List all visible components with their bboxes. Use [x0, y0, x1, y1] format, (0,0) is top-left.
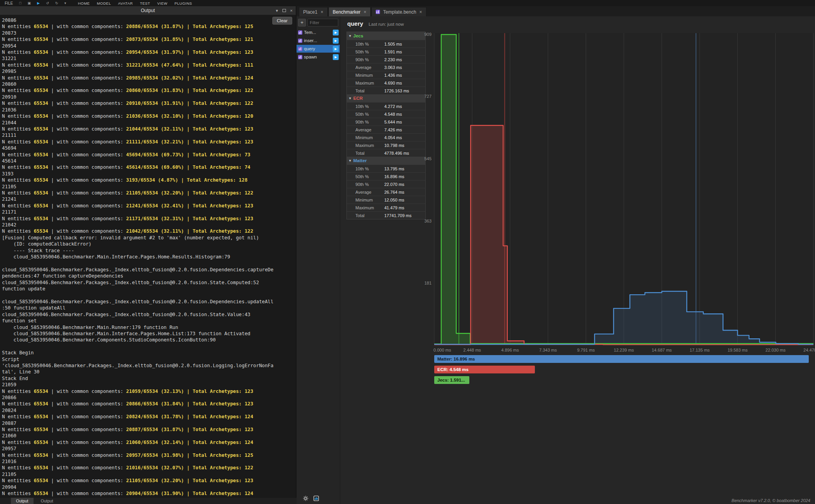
svg-text:0.000 ms: 0.000 ms [433, 348, 451, 352]
close-icon[interactable]: × [290, 8, 293, 13]
run-benchmark-button[interactable]: ▶ [333, 30, 339, 35]
output-panel: Output ▾ × Clear 20886N entities 65534 |… [0, 6, 297, 498]
stats-section-header-jecs[interactable]: ▾Jecs [347, 32, 425, 40]
stats-row-matter-minimum: Minimum12.050 ms [347, 196, 425, 203]
output-panel-header[interactable]: Output ▾ × [0, 6, 296, 15]
ribbon-tab-test[interactable]: TEST [140, 1, 150, 5]
console-line: 20866 [2, 394, 296, 401]
console-line: N entities 65534 | with common component… [2, 388, 296, 394]
benchmark-item-tem[interactable]: Tem...▶ [297, 28, 340, 36]
clear-output-button[interactable]: Clear [272, 17, 292, 25]
document-tab-place1[interactable]: Place1× [299, 7, 328, 16]
bench-file-icon [298, 30, 302, 35]
chevron-down-icon: ▾ [349, 96, 351, 100]
stats-row-jecs-10th: 10th %1.505 ms [347, 40, 425, 48]
redo-icon[interactable]: ↻ [55, 1, 59, 5]
svg-text:12.239 ms: 12.239 ms [614, 348, 634, 352]
run-benchmark-button[interactable]: ▶ [333, 46, 339, 52]
legend-bar-matter: Matter: 16.896 ms [434, 355, 809, 363]
results-header: query Last run: just now [347, 20, 404, 27]
stats-row-matter-90th: 90th %22.070 ms [347, 180, 425, 188]
ribbon-tab-model[interactable]: MODEL [97, 1, 111, 5]
bottom-dock-tab-output[interactable]: Output [36, 498, 59, 504]
legend-bar-jecs: Jecs: 1.591... [434, 376, 469, 384]
console-line: cloud_5853950046.Benchmarker.Packages._I… [2, 279, 296, 286]
console-line: N entities 65534 | with common component… [2, 477, 296, 484]
stats-row-jecs-average: Average3.063 ms [347, 63, 425, 71]
stats-row-matter-maximum: Maximum41.479 ms [347, 203, 425, 211]
console-line: 21105 [2, 184, 296, 190]
output-console[interactable]: 20886N entities 65534 | with common comp… [0, 15, 296, 498]
console-line: cloud_5853950046.Benchmarker.Main.Interf… [2, 331, 296, 337]
ribbon-tab-plugins[interactable]: PLUGINS [174, 1, 192, 5]
stats-row-ecr-total: Total4778.496 ms [347, 149, 425, 157]
document-tab-bar: Place1×Benchmarker×Template.bench× [297, 6, 815, 16]
console-line: 21059 [2, 382, 296, 388]
console-line: N entities 65534 | with common component… [2, 177, 296, 183]
stats-row-jecs-maximum: Maximum4.690 ms [347, 79, 425, 87]
console-line: 20904 [2, 484, 296, 490]
ribbon-tab-home[interactable]: HOME [78, 1, 90, 5]
play-icon[interactable]: ▶ [37, 1, 40, 5]
document-tab-benchmarker[interactable]: Benchmarker× [328, 7, 371, 16]
console-line: 21241 [2, 196, 296, 202]
save-icon[interactable]: ▣ [28, 1, 31, 5]
console-line: N entities 65534 | with common component… [2, 113, 296, 119]
stats-section-header-matter[interactable]: ▾Matter [347, 157, 425, 164]
close-tab-icon[interactable]: × [321, 9, 323, 15]
ribbon-tab-view[interactable]: VIEW [157, 1, 167, 5]
stats-row-jecs-90th: 90th %2.230 ms [347, 55, 425, 63]
console-line [2, 343, 296, 350]
console-line: 3193 [2, 171, 296, 177]
close-tab-icon[interactable]: × [419, 9, 422, 15]
benchmark-item-spawn[interactable]: spawn▶ [297, 53, 340, 61]
console-line: N entities 65534 | with common component… [2, 228, 296, 234]
console-line: 20887 [2, 420, 296, 426]
add-benchmark-button[interactable]: + [298, 19, 306, 27]
stats-row-matter-50th: 50th %16.896 ms [347, 172, 425, 180]
chevron-down-icon[interactable]: ▾ [64, 1, 66, 5]
settings-gear-icon[interactable] [303, 495, 309, 503]
console-line: 45694 [2, 145, 296, 151]
stats-row-matter-total: Total17741.709 ms [347, 211, 425, 219]
benchmark-item-query[interactable]: query▶ [297, 45, 340, 53]
stats-row-ecr-maximum: Maximum10.798 ms [347, 141, 425, 149]
ribbon-tab-avatar[interactable]: AVATAR [118, 1, 133, 5]
run-benchmark-button[interactable]: ▶ [333, 54, 339, 60]
console-line: 'cloud_5853950046.Benchmarker.Packages._… [2, 363, 296, 369]
console-line: 20860 [2, 81, 296, 87]
float-window-icon[interactable] [282, 9, 286, 12]
filter-input[interactable] [307, 19, 338, 27]
bottom-dock-tabs: OutputOutput [0, 498, 297, 504]
svg-text:4.896 ms: 4.896 ms [501, 348, 519, 352]
stats-row-matter-average: Average26.764 ms [347, 188, 425, 196]
chevron-down-icon[interactable]: ▾ [276, 8, 278, 13]
new-file-icon[interactable]: □ [19, 1, 21, 5]
results-log-icon[interactable] [313, 495, 319, 503]
console-line: (ID: computedCallbackError) [2, 241, 296, 247]
console-line: N entities 65534 | with common component… [2, 100, 296, 106]
close-tab-icon[interactable]: × [364, 9, 366, 15]
chevron-down-icon: ▾ [349, 34, 351, 38]
svg-text:22.030 ms: 22.030 ms [765, 348, 786, 352]
svg-text:363: 363 [424, 219, 431, 223]
file-menu[interactable]: FILE [5, 1, 13, 5]
undo-icon[interactable]: ↺ [46, 1, 49, 5]
output-panel-controls: ▾ × [276, 6, 293, 15]
bottom-dock-tab-output[interactable]: Output [11, 498, 34, 504]
console-line: 20954 [2, 43, 296, 49]
ribbon-tabs: HOMEMODELAVATARTESTVIEWPLUGINS [78, 1, 192, 5]
console-line: N entities 65534 | with common component… [2, 465, 296, 471]
roblox-studio-window: FILE □ ▣ ▶ ↺ ↻ ▾ HOMEMODELAVATARTESTVIEW… [0, 0, 815, 504]
histogram-chart: 0.000 ms2.448 ms4.896 ms7.343 ms9.791 ms… [419, 31, 815, 355]
svg-text:17.135 ms: 17.135 ms [690, 348, 710, 352]
benchmark-item-inser[interactable]: inser...▶ [297, 37, 340, 44]
document-tab-template-bench[interactable]: Template.bench× [371, 7, 426, 16]
console-line: 20873 [2, 30, 296, 36]
console-line: 45614 [2, 158, 296, 164]
run-benchmark-button[interactable]: ▶ [333, 38, 339, 44]
console-line: 20886 [2, 17, 296, 23]
stats-section-header-ecr[interactable]: ▾ECR [347, 94, 425, 102]
svg-text:19.583 ms: 19.583 ms [728, 348, 748, 352]
console-line: function set [2, 318, 296, 324]
